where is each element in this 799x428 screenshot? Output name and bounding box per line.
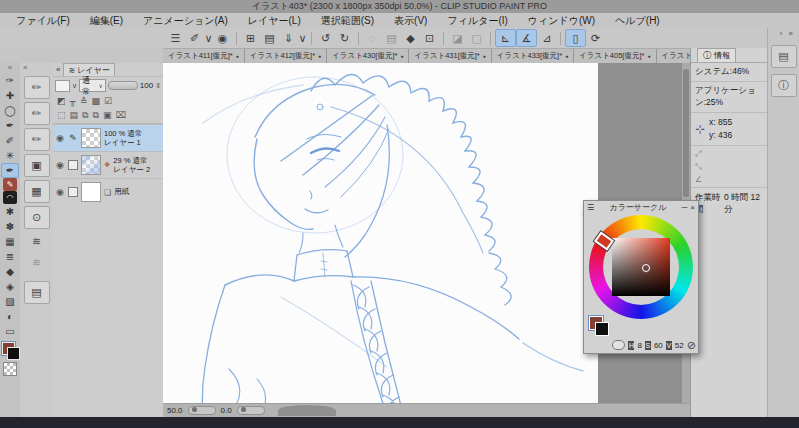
new-layer-icon[interactable]: ⬚ bbox=[57, 110, 66, 121]
document-tab[interactable]: イラスト433[復元]* ● bbox=[492, 49, 574, 63]
layer-effect-combo[interactable] bbox=[55, 80, 70, 92]
wand-tool[interactable]: ✳ bbox=[2, 148, 18, 163]
dialog-menu-icon[interactable]: ☰ bbox=[587, 203, 594, 212]
launch-dropdown-icon[interactable]: ∨ bbox=[204, 30, 213, 46]
layer-visibility-icon[interactable]: ◉ bbox=[55, 133, 65, 143]
gradient-icon[interactable]: ◪ bbox=[448, 30, 467, 46]
reset-view-icon[interactable]: ⟳ bbox=[586, 30, 605, 46]
menu-item-edit[interactable]: 編集(E) bbox=[80, 14, 133, 28]
pen-tool[interactable]: ✒ bbox=[2, 118, 18, 133]
vertical-scrollbar-thumb[interactable] bbox=[683, 69, 689, 197]
crop-icon[interactable]: ⊡ bbox=[420, 30, 439, 46]
reference-icon[interactable]: ◉ bbox=[213, 30, 232, 46]
layer-thumbnail[interactable] bbox=[81, 128, 101, 148]
layer-visibility-icon[interactable]: ◉ bbox=[55, 160, 65, 170]
layer-thumbnail[interactable] bbox=[81, 155, 101, 175]
folder-subtool[interactable]: ▤ bbox=[24, 281, 50, 304]
arrow-right-icon[interactable]: › bbox=[780, 29, 785, 38]
lock-transparent-icon[interactable]: ▩ bbox=[91, 96, 100, 106]
document-tab[interactable]: イラスト411[復元]* ● bbox=[163, 49, 245, 63]
lasso-tool[interactable]: ◯ bbox=[2, 103, 18, 118]
layer-row-paper[interactable]: ◉ ❏ 用紙 bbox=[53, 178, 163, 205]
zoom-slider-handle[interactable] bbox=[192, 407, 197, 412]
layer-checkbox[interactable] bbox=[68, 187, 78, 197]
snap-special-ruler-icon[interactable]: ∡ bbox=[516, 29, 537, 47]
mask-area-icon[interactable]: ◩ bbox=[57, 96, 66, 106]
blend-tool[interactable]: ◠ bbox=[3, 191, 17, 204]
document-tab[interactable]: イラスト430[復元]* ● bbox=[327, 49, 409, 63]
blend-mode-combo[interactable]: 通常 ∨ bbox=[79, 79, 106, 92]
pencil-subtool-1[interactable]: ✏ bbox=[24, 76, 50, 99]
dock-arrows[interactable]: › » bbox=[776, 28, 799, 39]
document-tab[interactable]: イラスト405[復元]* ● bbox=[574, 49, 656, 63]
hue-wheel[interactable] bbox=[589, 215, 693, 319]
clip-at-layer-icon[interactable]: ╥ bbox=[70, 96, 76, 106]
delete-layer-icon[interactable]: ⌧ bbox=[115, 110, 125, 121]
menu-item-help[interactable]: ヘルプ(H) bbox=[605, 14, 670, 28]
collapse-panel-icon[interactable]: « bbox=[56, 65, 60, 74]
no-color-icon[interactable]: ⊘ bbox=[687, 339, 696, 352]
document-tab[interactable]: イラスト412[復元]* ● bbox=[245, 49, 327, 63]
new-folder-icon[interactable]: ▤ bbox=[70, 110, 79, 121]
info-panel-tab[interactable]: ⓘ 情報 bbox=[697, 48, 736, 62]
frame-icon[interactable]: ▢ bbox=[467, 30, 486, 46]
menu-item-filter[interactable]: フィルター(I) bbox=[437, 14, 517, 28]
pattern-tool[interactable]: ✽ bbox=[2, 219, 18, 234]
tablet-mode-icon[interactable]: ▯ bbox=[565, 29, 586, 47]
rotation-slider[interactable] bbox=[237, 406, 265, 415]
pencil-tool-selected[interactable]: ✒ bbox=[1, 163, 19, 178]
layer-row-2[interactable]: ◉ ❖ 29 % 通常 レイヤー 2 bbox=[53, 151, 163, 178]
dialog-color-swatches[interactable] bbox=[589, 316, 609, 336]
transparent-color-swatch[interactable] bbox=[3, 362, 17, 376]
zoom-slider[interactable] bbox=[188, 406, 216, 415]
airbrush-tool[interactable]: ✱ bbox=[2, 204, 18, 219]
menu-item-animation[interactable]: アニメーション(A) bbox=[133, 14, 238, 28]
document-tab[interactable]: イラスト431[復元]* ● bbox=[409, 49, 491, 63]
clear-icon[interactable]: ◆ bbox=[401, 30, 420, 46]
zoom-subtool[interactable]: ⊙ bbox=[24, 206, 50, 229]
snap-ruler-icon[interactable]: ⊾ bbox=[495, 29, 516, 47]
menu-item-window[interactable]: ウィンドウ(W) bbox=[518, 14, 605, 28]
sv-cursor[interactable] bbox=[642, 264, 650, 272]
horizontal-scrollbar-thumb[interactable] bbox=[278, 405, 336, 416]
smudge-tool[interactable]: ◐ bbox=[2, 309, 18, 324]
collapse-panel-icon[interactable]: « bbox=[8, 63, 12, 73]
main-menu-icon[interactable]: ☰ bbox=[166, 30, 185, 46]
subview-panel-button[interactable]: ▤ bbox=[771, 45, 797, 68]
menu-item-layer[interactable]: レイヤー(L) bbox=[238, 14, 311, 28]
background-color-swatch[interactable] bbox=[595, 322, 609, 336]
layer-mask-icon[interactable]: ▣ bbox=[103, 110, 112, 121]
info-panel-button[interactable]: ⓘ bbox=[771, 74, 797, 97]
move-tool[interactable]: ✚ bbox=[2, 88, 18, 103]
redo-icon[interactable]: ↻ bbox=[335, 30, 354, 46]
document-tab[interactable]: イラスト429[復元]* ● bbox=[657, 49, 691, 63]
eraser-tool[interactable]: ◆ bbox=[2, 264, 18, 279]
saturation-value-square[interactable] bbox=[612, 238, 670, 296]
layer-row-1[interactable]: ◉ ✎ 100 % 通常 レイヤー 1 bbox=[53, 124, 163, 151]
save-dropdown-icon[interactable]: ∨ bbox=[298, 30, 307, 46]
opacity-stepper-icon[interactable]: ⇕ bbox=[155, 82, 161, 90]
layer-stack-subtool[interactable]: ≋ bbox=[25, 232, 49, 250]
menu-item-file[interactable]: ファイル(F) bbox=[6, 14, 80, 28]
color-dialog-titlebar[interactable]: ☰ カラーサークル ─ × bbox=[584, 201, 698, 214]
material-subtool[interactable]: ▣ bbox=[24, 154, 50, 177]
collapse-panel-icon[interactable]: « bbox=[20, 63, 27, 73]
layer-thumbnail[interactable] bbox=[81, 182, 101, 202]
snap-guide-icon[interactable]: ⊿ bbox=[537, 30, 556, 46]
lock-layer-icon[interactable]: ≙ bbox=[80, 96, 88, 106]
decoration-tool[interactable]: ✎ bbox=[3, 178, 17, 191]
gradient-tool[interactable]: ▨ bbox=[2, 294, 18, 309]
main-color-swatches[interactable] bbox=[2, 342, 19, 359]
close-icon[interactable]: × bbox=[690, 203, 695, 212]
eraser-hard-tool[interactable]: ◈ bbox=[2, 279, 18, 294]
pencil-subtool-2[interactable]: ✏ bbox=[24, 102, 50, 125]
window-titlebar[interactable]: イラスト403* (2300 x 1800px 350dpi 50.0%) - … bbox=[0, 0, 799, 13]
color-circle-dialog[interactable]: ☰ カラーサークル ─ × H 8 S 60 V 52 ⊘ bbox=[583, 200, 699, 354]
launch-clip-studio-icon[interactable]: ✐ bbox=[185, 30, 204, 46]
screen-subtool[interactable]: ▦ bbox=[24, 180, 50, 203]
menu-item-selection[interactable]: 選択範囲(S) bbox=[311, 14, 384, 28]
figure-tool[interactable]: ≣ bbox=[2, 249, 18, 264]
layer-visibility-icon[interactable]: ◉ bbox=[55, 187, 65, 197]
set-as-reference-icon[interactable]: ☑ bbox=[104, 96, 112, 106]
color-mode-toggle[interactable] bbox=[612, 340, 625, 350]
